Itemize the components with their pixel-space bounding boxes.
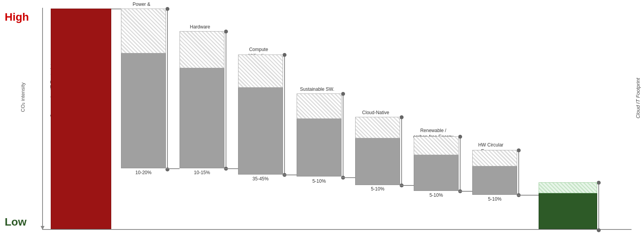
cloud-it-label: Cloud IT Footprint xyxy=(635,78,641,118)
sustainable-bar-hatch xyxy=(297,94,342,119)
conn-h-8 xyxy=(517,195,539,196)
conn-h-4 xyxy=(283,175,297,175)
dot-1-top xyxy=(165,7,169,11)
dot-8-bot xyxy=(597,228,601,232)
low-label: Low xyxy=(5,216,27,228)
dot-7-top xyxy=(517,148,521,152)
power-cooling-bar-hatch xyxy=(121,9,166,53)
conn-v-2 xyxy=(226,31,226,168)
renewable-bar-hatch xyxy=(414,136,459,155)
conn-h-6 xyxy=(400,185,414,186)
conn-h-3 xyxy=(224,168,238,169)
hw-circular-bar-hatch xyxy=(472,150,517,166)
conn-h-7 xyxy=(459,191,472,192)
conn-h-5 xyxy=(342,177,355,178)
x-axis-baseline xyxy=(42,229,632,230)
on-premise-bar xyxy=(51,9,111,229)
conn-h-2 xyxy=(166,168,180,169)
dot-3-top xyxy=(283,53,286,57)
compute-bar-solid xyxy=(238,88,283,175)
conn-h-1 xyxy=(111,9,122,9)
conn-v-7 xyxy=(518,150,519,195)
conn-v-6 xyxy=(460,136,461,191)
high-label: High xyxy=(5,11,29,23)
renewable-bar-solid xyxy=(414,155,459,191)
compute-bar-hatch xyxy=(238,55,283,88)
chart-container: High Low CO₂ intensity On-premise IT Foo… xyxy=(0,0,644,247)
renewable-pct: 5-10% xyxy=(412,192,461,198)
cloud-bar-solid xyxy=(539,193,597,229)
conn-v-3 xyxy=(284,55,285,175)
dot-4-top xyxy=(341,92,345,96)
power-cooling-bar-solid xyxy=(121,53,166,168)
dot-6-top xyxy=(458,135,462,139)
conn-v-4 xyxy=(343,94,343,177)
sustainable-bar-solid xyxy=(297,119,342,176)
dot-8-top xyxy=(597,181,601,185)
conn-v-8 xyxy=(598,182,599,230)
conn-v-5 xyxy=(401,117,402,185)
dot-5-top xyxy=(400,115,404,119)
cloud-native-bar-hatch xyxy=(355,117,400,138)
co2-intensity-label: CO₂ intensity xyxy=(20,83,26,112)
power-cooling-pct: 10-20% xyxy=(119,170,168,175)
hardware-pct: 10-15% xyxy=(178,170,226,175)
y-axis-line xyxy=(42,8,43,230)
conn-v-1 xyxy=(167,9,168,169)
dot-2-top xyxy=(224,30,228,34)
cloud-native-bar-solid xyxy=(355,138,400,185)
hw-circular-pct: 5-10% xyxy=(470,196,519,202)
cloud-native-pct: 5-10% xyxy=(353,186,402,192)
sustainable-pct: 5-10% xyxy=(295,178,343,184)
hardware-bar-solid xyxy=(180,68,224,168)
cloud-bar-hatch xyxy=(539,182,597,193)
hw-circular-bar-solid xyxy=(472,166,517,195)
hardware-bar-hatch xyxy=(180,31,224,68)
compute-pct: 35-45% xyxy=(236,176,285,182)
